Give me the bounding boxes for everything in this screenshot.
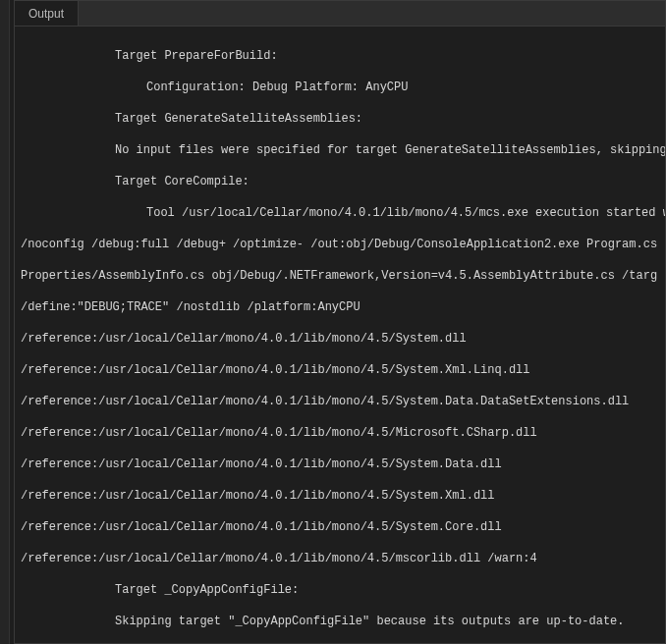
- output-line: /reference:/usr/local/Cellar/mono/4.0.1/…: [21, 456, 665, 472]
- output-line: Properties/AssemblyInfo.cs obj/Debug/.NE…: [21, 268, 665, 284]
- output-line: /reference:/usr/local/Cellar/mono/4.0.1/…: [21, 551, 665, 566]
- editor-gutter: [0, 0, 10, 644]
- output-line: /noconfig /debug:full /debug+ /optimize-…: [21, 237, 665, 252]
- output-line: No input files were specified for target…: [21, 142, 665, 158]
- output-line: Target _CopyAppConfigFile:: [21, 582, 665, 598]
- panel-tabbar: Output: [15, 1, 665, 27]
- tab-output[interactable]: Output: [15, 1, 79, 26]
- output-content[interactable]: Target PrepareForBuild: Configuration: D…: [15, 27, 665, 643]
- output-line: Skipping target "_CopyAppConfigFile" bec…: [21, 614, 665, 629]
- output-line: /define:"DEBUG;TRACE" /nostdlib /platfor…: [21, 299, 665, 315]
- output-panel: Output Target PrepareForBuild: Configura…: [14, 0, 666, 644]
- output-line: Tool /usr/local/Cellar/mono/4.0.1/lib/mo…: [21, 205, 665, 221]
- output-line: Configuration: Debug Platform: AnyCPU: [21, 80, 665, 95]
- output-line: /reference:/usr/local/Cellar/mono/4.0.1/…: [21, 425, 665, 441]
- output-line: /reference:/usr/local/Cellar/mono/4.0.1/…: [21, 331, 665, 347]
- output-line: Target PrepareForBuild:: [21, 48, 665, 64]
- output-line: /reference:/usr/local/Cellar/mono/4.0.1/…: [21, 362, 665, 378]
- output-line: Target GenerateSatelliteAssemblies:: [21, 111, 665, 127]
- output-line: Target CoreCompile:: [21, 174, 665, 189]
- output-line: /reference:/usr/local/Cellar/mono/4.0.1/…: [21, 519, 665, 535]
- output-line: /reference:/usr/local/Cellar/mono/4.0.1/…: [21, 394, 665, 409]
- output-line: /reference:/usr/local/Cellar/mono/4.0.1/…: [21, 488, 665, 504]
